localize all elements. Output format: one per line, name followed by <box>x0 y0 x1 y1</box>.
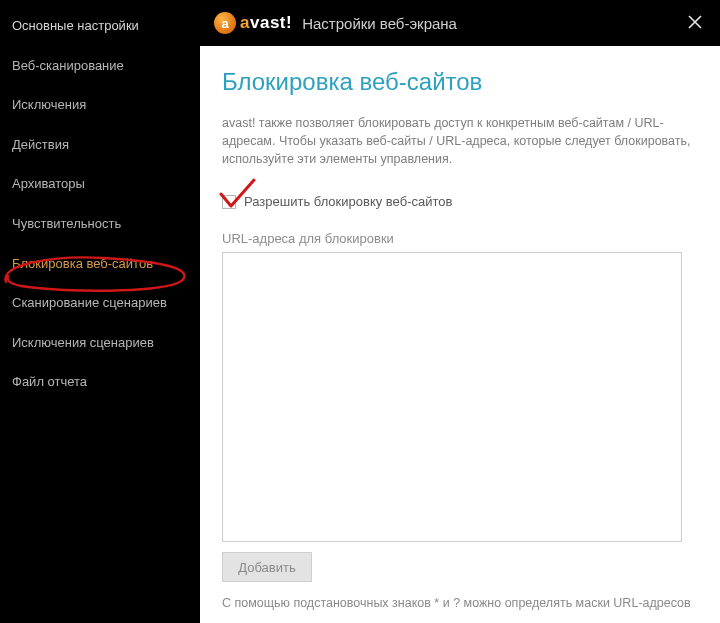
sidebar-item-label: Основные настройки <box>12 18 139 33</box>
sidebar-item-label: Исключения <box>12 97 86 112</box>
sidebar-item-actions[interactable]: Действия <box>0 125 200 165</box>
enable-blocking-label: Разрешить блокировку веб-сайтов <box>244 194 452 209</box>
url-list-label: URL-адреса для блокировки <box>222 231 698 246</box>
sidebar-item-site-blocking[interactable]: Блокировка веб-сайтов <box>0 244 200 284</box>
enable-blocking-checkbox[interactable] <box>222 195 236 209</box>
url-list-box[interactable] <box>222 252 682 542</box>
close-button[interactable] <box>680 8 710 38</box>
sidebar-item-sensitivity[interactable]: Чувствительность <box>0 204 200 244</box>
avast-logo: avast! <box>214 12 292 34</box>
sidebar-item-label: Сканирование сценариев <box>12 295 167 310</box>
window-title: Настройки веб-экрана <box>302 15 457 32</box>
sidebar-item-script-scan[interactable]: Сканирование сценариев <box>0 283 200 323</box>
sidebar-item-archivers[interactable]: Архиваторы <box>0 164 200 204</box>
sidebar-item-web-scan[interactable]: Веб-сканирование <box>0 46 200 86</box>
sidebar-item-label: Архиваторы <box>12 176 85 191</box>
sidebar-item-label: Веб-сканирование <box>12 58 124 73</box>
wildcard-hint: С помощью подстановочных знаков * и ? мо… <box>222 596 698 610</box>
close-icon <box>687 12 703 35</box>
content-area: Блокировка веб-сайтов avast! также позво… <box>200 46 720 623</box>
avast-logo-icon <box>214 12 236 34</box>
intro-text: avast! также позволяет блокировать досту… <box>222 114 698 168</box>
enable-blocking-row[interactable]: Разрешить блокировку веб-сайтов <box>222 194 698 209</box>
main-panel: avast! Настройки веб-экрана Блокировка в… <box>200 0 720 623</box>
sidebar-item-report-file[interactable]: Файл отчета <box>0 362 200 402</box>
sidebar-item-label: Действия <box>12 137 69 152</box>
sidebar-item-label: Чувствительность <box>12 216 121 231</box>
sidebar-item-main-settings[interactable]: Основные настройки <box>0 6 200 46</box>
sidebar-item-label: Файл отчета <box>12 374 87 389</box>
settings-sidebar: Основные настройки Веб-сканирование Искл… <box>0 0 200 623</box>
sidebar-item-exclusions[interactable]: Исключения <box>0 85 200 125</box>
page-title: Блокировка веб-сайтов <box>222 68 698 96</box>
sidebar-item-label: Исключения сценариев <box>12 335 154 350</box>
add-button[interactable]: Добавить <box>222 552 312 582</box>
titlebar: avast! Настройки веб-экрана <box>200 0 720 46</box>
avast-logo-text: avast! <box>240 13 292 33</box>
sidebar-item-script-exclusions[interactable]: Исключения сценариев <box>0 323 200 363</box>
sidebar-item-label: Блокировка веб-сайтов <box>12 256 153 271</box>
